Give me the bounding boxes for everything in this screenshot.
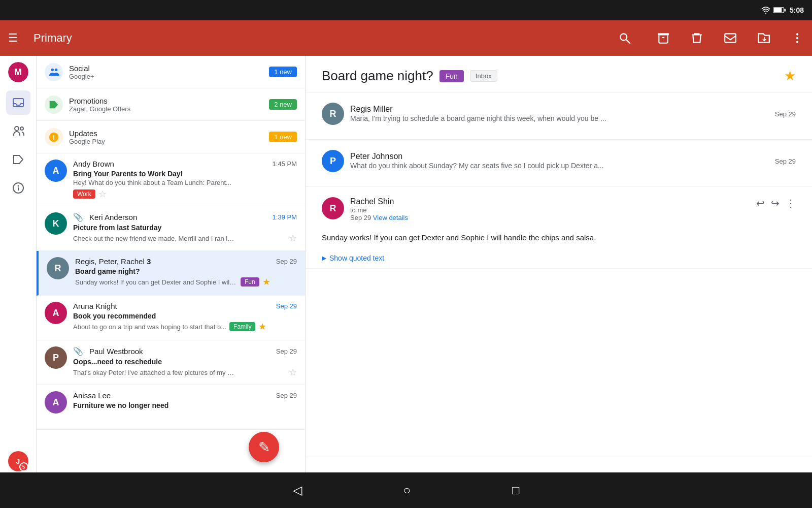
- rachel-to: to me: [350, 206, 750, 214]
- thread-item-peter: P Peter Johnson What do you think about …: [306, 140, 812, 187]
- promotions-badge: 2 new: [269, 99, 297, 110]
- user-avatar[interactable]: M: [8, 62, 28, 82]
- peter-info: Peter Johnson What do you think about Su…: [350, 152, 775, 170]
- anissa-avatar: A: [45, 391, 67, 414]
- thread-item-regis: R Regis Miller Maria, I'm trying to sche…: [306, 92, 812, 140]
- peter-sender: Peter Johnson: [350, 152, 402, 161]
- paul-avatar: P: [45, 346, 67, 369]
- svg-point-0: [765, 13, 766, 14]
- email-row-keri[interactable]: K 📎 Keri Anderson 1:39 PM Picture from l…: [37, 206, 305, 251]
- status-icons: [761, 7, 786, 14]
- svg-point-9: [796, 37, 798, 39]
- back-button[interactable]: ◁: [293, 483, 302, 497]
- rachel-body: Sunday works! If you can get Dexter and …: [322, 228, 796, 248]
- aruna-tag-family: Family: [229, 322, 255, 331]
- rachel-date: Sep 29 View details: [350, 214, 750, 221]
- inbox-icon: [12, 97, 24, 109]
- keri-avatar: K: [45, 212, 67, 235]
- andy-avatar: A: [45, 160, 67, 182]
- regis-preview: Maria, I'm trying to schedule a board ga…: [350, 114, 606, 122]
- move-icon[interactable]: [757, 31, 770, 45]
- aruna-sender: Aruna Knight: [73, 302, 117, 310]
- category-updates[interactable]: i Updates Google Play 1 new: [37, 121, 305, 153]
- wifi-icon: [761, 7, 770, 14]
- compose-fab[interactable]: ✎: [249, 432, 279, 462]
- board-game-content: Regis, Peter, Rachel 3 Sep 29 Board game…: [75, 257, 297, 288]
- people-icon: [12, 125, 24, 137]
- badge-count-5: 5: [19, 462, 28, 471]
- keri-subject: Picture from last Saturday: [73, 224, 297, 232]
- info-icon: [12, 182, 24, 194]
- andy-time: 1:45 PM: [273, 160, 297, 168]
- svg-point-4: [620, 34, 627, 40]
- rachel-sender: Rachel Shin: [350, 197, 750, 206]
- sidebar-icons: M: [0, 56, 37, 508]
- svg-line-5: [626, 40, 630, 44]
- social-info: Social Google+: [69, 64, 269, 80]
- social-subtitle: Google+: [69, 73, 269, 80]
- sidebar-item-inbox[interactable]: [6, 90, 30, 115]
- sidebar-item-info[interactable]: [6, 176, 30, 200]
- recent-button[interactable]: □: [512, 483, 520, 497]
- aruna-preview: About to go on a trip and was hoping to …: [73, 323, 226, 331]
- category-social[interactable]: Social Google+ 1 new: [37, 56, 305, 88]
- avatar-badge-5[interactable]: J 5: [8, 451, 28, 471]
- email-row-aruna[interactable]: A Aruna Knight Sep 29 Book you recommend…: [37, 296, 305, 340]
- hamburger-menu[interactable]: ☰: [8, 31, 18, 45]
- regis-date: Sep 29: [775, 110, 796, 118]
- anissa-time: Sep 29: [276, 392, 297, 399]
- more-options-icon[interactable]: [791, 31, 804, 45]
- andy-tag-work: Work: [73, 189, 95, 199]
- show-quoted-text[interactable]: ▶ Show quoted text: [322, 254, 796, 262]
- peter-avatar: P: [322, 150, 344, 172]
- sidebar-item-labels[interactable]: [6, 147, 30, 172]
- board-game-sender: Regis, Peter, Rachel 3: [75, 257, 151, 266]
- updates-name: Updates: [69, 129, 269, 138]
- paul-attachment-icon: 📎: [73, 346, 83, 356]
- home-button[interactable]: ○: [403, 483, 411, 497]
- svg-rect-7: [725, 34, 736, 42]
- keri-star[interactable]: ☆: [289, 233, 297, 244]
- peter-date: Sep 29: [775, 157, 796, 165]
- view-details-link[interactable]: View details: [373, 214, 408, 221]
- keri-preview: Check out the new friend we made, Merril…: [73, 235, 235, 242]
- aruna-subject: Book you recommended: [73, 312, 297, 320]
- battery-icon: [773, 7, 786, 14]
- delete-icon[interactable]: [690, 31, 703, 45]
- sidebar-item-people[interactable]: [6, 119, 30, 143]
- promotions-subtitle: Zagat, Google Offers: [69, 105, 269, 113]
- keri-content: 📎 Keri Anderson 1:39 PM Picture from las…: [73, 212, 297, 244]
- rachel-header: R Rachel Shin to me Sep 29 View details …: [322, 197, 796, 221]
- paul-star[interactable]: ☆: [289, 367, 297, 378]
- board-game-star[interactable]: ★: [262, 276, 270, 288]
- search-icon[interactable]: [618, 31, 631, 45]
- promotions-name: Promotions: [69, 97, 269, 105]
- email-row-paul[interactable]: P 📎 Paul Westbrook Sep 29 Oops...need to…: [37, 340, 305, 385]
- rachel-more-icon[interactable]: ⋮: [786, 197, 796, 209]
- status-time: 5:08: [790, 6, 804, 14]
- aruna-star[interactable]: ★: [258, 321, 266, 332]
- andy-sender: Andy Brown: [73, 160, 114, 168]
- email-detail-panel: Board game night? Fun Inbox ★ R Regis Mi…: [306, 56, 812, 508]
- peter-header: P Peter Johnson What do you think about …: [322, 150, 796, 172]
- main-layout: M: [0, 56, 812, 508]
- show-quoted-label: Show quoted text: [329, 254, 384, 262]
- andy-star[interactable]: ☆: [98, 188, 107, 200]
- detail-star[interactable]: ★: [784, 68, 796, 84]
- category-promotions[interactable]: Promotions Zagat, Google Offers 2 new: [37, 88, 305, 121]
- mail-icon[interactable]: [724, 31, 737, 45]
- aruna-time: Sep 29: [276, 302, 297, 310]
- archive-icon[interactable]: [657, 31, 670, 45]
- board-game-time: Sep 29: [276, 258, 297, 265]
- promotions-info: Promotions Zagat, Google Offers: [69, 97, 269, 113]
- social-icon: [45, 63, 63, 81]
- email-row-anissa[interactable]: A Anissa Lee Sep 29 Furniture we no long…: [37, 385, 305, 430]
- email-row-board-game[interactable]: R Regis, Peter, Rachel 3 Sep 29 Board ga…: [37, 251, 305, 296]
- paul-time: Sep 29: [276, 347, 297, 355]
- email-row-andy[interactable]: A Andy Brown 1:45 PM Bring Your Parents …: [37, 153, 305, 206]
- board-game-subject: Board game night?: [75, 267, 297, 275]
- rachel-reply-icon[interactable]: ↩: [756, 197, 765, 209]
- paul-preview: That's okay Peter! I've attached a few p…: [73, 369, 235, 376]
- rachel-forward-icon[interactable]: ↪: [771, 197, 780, 209]
- detail-header: Board game night? Fun Inbox ★: [306, 56, 812, 92]
